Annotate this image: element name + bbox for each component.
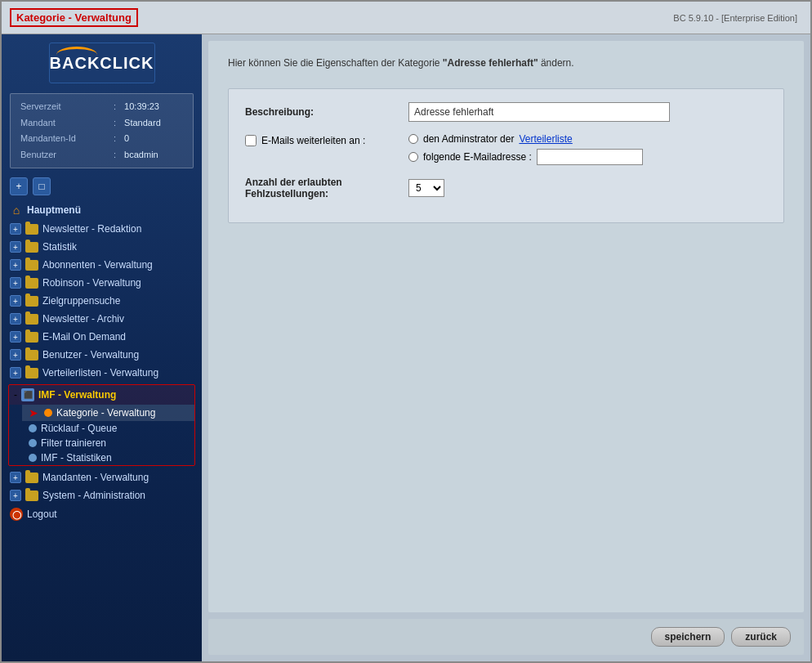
home-icon: ⌂ — [10, 204, 23, 217]
intro-before: Hier können Sie die Eigenschaften der Ka… — [228, 57, 443, 69]
child-label: Kategorie - Verwaltung — [56, 407, 155, 419]
back-button[interactable]: zurück — [731, 627, 791, 647]
imf-expand-icon: - — [14, 389, 17, 401]
sidebar-item-robinson-verwaltung[interactable]: + Robinson - Verwaltung — [2, 274, 202, 292]
sidebar-item-newsletter-redaktion[interactable]: + Newsletter - Redaktion — [2, 220, 202, 238]
folder-icon — [25, 368, 38, 379]
sidebar-item-zielgruppensuche[interactable]: + Zielgruppensuche — [2, 292, 202, 310]
sidebar-item-abonnenten-verwaltung[interactable]: + Abonnenten - Verwaltung — [2, 256, 202, 274]
folder-icon — [25, 260, 38, 271]
expand-icon: + — [10, 259, 21, 271]
imf-header[interactable]: - ⬛ IMF - Verwaltung — [9, 385, 194, 405]
fehler-select[interactable]: 1 2 3 4 5 6 7 8 9 10 — [408, 179, 444, 197]
arrow-icon: ➤ — [29, 406, 38, 419]
beschreibung-label: Beschreibung: — [245, 106, 408, 118]
serverzeit-value: 10:39:23 — [123, 100, 185, 114]
logout-label: Logout — [27, 508, 57, 520]
email-address-input[interactable] — [537, 149, 643, 165]
sidebar-item-newsletter-archiv[interactable]: + Newsletter - Archiv — [2, 310, 202, 328]
radio-email-row: folgende E-Mailadresse : — [408, 149, 643, 165]
radio-email-text: folgende E-Mailadresse : — [423, 151, 532, 163]
intro-text: Hier können Sie die Eigenschaften der Ka… — [228, 57, 784, 69]
beschreibung-row: Beschreibung: — [245, 102, 767, 122]
nav-label: Newsletter - Redaktion — [42, 223, 141, 235]
expand-icon: + — [10, 472, 21, 483]
intro-category: "Adresse fehlerhaft" — [443, 57, 538, 69]
collapse-all-button[interactable]: □ — [33, 177, 51, 195]
imf-child-imf-statistiken[interactable]: IMF - Statistiken — [22, 450, 194, 465]
nav-label: Benutzer - Verwaltung — [42, 349, 139, 361]
sidebar-item-benutzer-verwaltung[interactable]: + Benutzer - Verwaltung — [2, 346, 202, 364]
imf-child-kategorie-verwaltung[interactable]: ➤ Kategorie - Verwaltung — [22, 405, 194, 421]
server-info-box: Serverzeit : 10:39:23 Mandant : Standard… — [10, 93, 194, 168]
sidebar-item-hauptmenu[interactable]: ⌂ Hauptmenü — [2, 200, 202, 220]
radio-email-input[interactable] — [408, 152, 418, 162]
nav-label: Verteilerlisten - Verwaltung — [42, 367, 158, 379]
expand-icon: + — [10, 313, 21, 325]
imf-child-filter-trainieren[interactable]: Filter trainieren — [22, 436, 194, 450]
sidebar: BACKCLICK Serverzeit : 10:39:23 Mandant … — [2, 34, 202, 661]
nav-label: Abonnenten - Verwaltung — [42, 259, 153, 271]
nav-label: System - Administration — [42, 490, 145, 501]
mandant-label: Mandant — [19, 116, 110, 131]
form-section: Beschreibung: E-Mails weiterleiten an : — [228, 88, 784, 223]
folder-icon — [25, 491, 38, 501]
dot-icon — [29, 454, 37, 462]
content-inner: Hier können Sie die Eigenschaften der Ka… — [208, 41, 804, 612]
imf-section: - ⬛ IMF - Verwaltung ➤ Kategorie - Verwa… — [5, 384, 199, 466]
fehler-row: Anzahl der erlaubten Fehlzustellungen: 1… — [245, 177, 767, 199]
mandanten-id-value: 0 — [123, 132, 185, 146]
folder-icon — [25, 224, 38, 235]
expand-icon: + — [10, 223, 21, 235]
benutzer-label: Benutzer — [19, 148, 110, 163]
email-forward-checkbox[interactable] — [245, 135, 257, 146]
folder-icon — [25, 473, 38, 483]
radio-admin-row: den Adminstrator der Verteilerliste — [408, 133, 643, 145]
sidebar-item-email-on-demand[interactable]: + E-Mail On Demand — [2, 328, 202, 346]
save-button[interactable]: speichern — [651, 627, 725, 647]
nav-label: Statistik — [42, 241, 77, 253]
expand-icon: + — [10, 490, 21, 501]
nav-label: E-Mail On Demand — [42, 331, 126, 343]
folder-icon — [25, 296, 38, 307]
serverzeit-label: Serverzeit — [19, 100, 110, 114]
right-content: Hier können Sie die Eigenschaften der Ka… — [202, 34, 810, 661]
version-info: BC 5.9.10 - [Enterprise Edition] — [660, 2, 810, 34]
sidebar-item-statistik[interactable]: + Statistik — [2, 238, 202, 256]
nav-label: Newsletter - Archiv — [42, 313, 124, 325]
expand-icon: + — [10, 349, 21, 361]
expand-icon: + — [10, 331, 21, 343]
nav-label: Zielgruppensuche — [42, 295, 120, 307]
expand-icon: + — [10, 295, 21, 307]
folder-icon — [25, 350, 38, 361]
nav-items: ⌂ Hauptmenü + Newsletter - Redaktion + S… — [2, 200, 202, 653]
folder-icon — [25, 242, 38, 253]
imf-icon: ⬛ — [21, 388, 34, 401]
beschreibung-input[interactable] — [408, 102, 670, 122]
sidebar-toolbar: + □ — [2, 175, 202, 200]
intro-after: ändern. — [538, 57, 574, 69]
page-title: Kategorie - Verwaltung — [10, 8, 138, 27]
dot-icon — [44, 409, 52, 417]
email-options: den Adminstrator der Verteilerliste folg… — [408, 133, 643, 165]
button-bar: speichern zurück — [208, 619, 804, 655]
sidebar-item-system-administration[interactable]: + System - Administration — [2, 486, 202, 504]
child-label: Rücklauf - Queue — [41, 423, 117, 434]
sidebar-item-verteilerlisten-verwaltung[interactable]: + Verteilerlisten - Verwaltung — [2, 364, 202, 382]
logo: BACKCLICK — [49, 43, 155, 83]
expand-all-button[interactable]: + — [10, 177, 28, 195]
radio-admin-link[interactable]: Verteilerliste — [519, 133, 572, 145]
radio-admin-input[interactable] — [408, 134, 418, 144]
dot-icon — [29, 439, 37, 447]
folder-icon — [25, 278, 38, 289]
imf-label: IMF - Verwaltung — [38, 389, 116, 401]
sidebar-item-mandanten-verwaltung[interactable]: + Mandanten - Verwaltung — [2, 468, 202, 486]
logout-icon: ◯ — [10, 508, 23, 521]
page-title-bar: Kategorie - Verwaltung — [2, 2, 660, 34]
email-forward-row: E-Mails weiterleiten an : den Adminstrat… — [245, 133, 767, 165]
imf-child-ruecklauf-queue[interactable]: Rücklauf - Queue — [22, 421, 194, 436]
logout-item[interactable]: ◯ Logout — [2, 504, 202, 524]
hauptmenu-label: Hauptmenü — [27, 204, 81, 216]
email-label-area: E-Mails weiterleiten an : — [245, 133, 408, 146]
expand-icon: + — [10, 367, 21, 379]
